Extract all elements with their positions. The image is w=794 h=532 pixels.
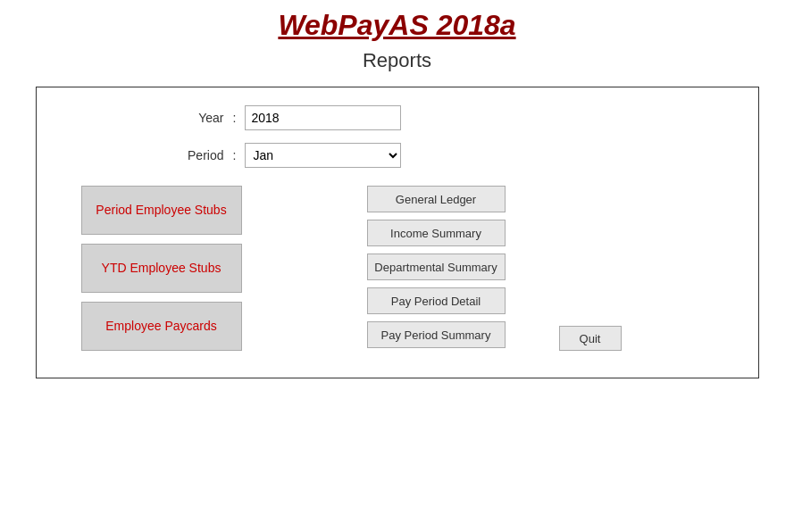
period-employee-stubs-button[interactable]: Period Employee Stubs xyxy=(81,186,242,235)
year-label: Year xyxy=(153,111,224,125)
year-row: Year : xyxy=(153,105,731,130)
year-colon: : xyxy=(233,111,237,125)
page-heading: Reports xyxy=(363,49,431,72)
pay-period-detail-button[interactable]: Pay Period Detail xyxy=(367,287,506,314)
pay-period-summary-button[interactable]: Pay Period Summary xyxy=(367,321,506,348)
buttons-area: Period Employee Stubs YTD Employee Stubs… xyxy=(63,186,731,351)
general-ledger-button[interactable]: General Ledger xyxy=(367,186,506,212)
period-colon: : xyxy=(233,148,237,162)
ytd-employee-stubs-button[interactable]: YTD Employee Stubs xyxy=(81,244,242,293)
period-label: Period xyxy=(153,148,224,162)
period-select[interactable]: Jan Feb Mar Apr May Jun Jul Aug Sep Oct … xyxy=(245,143,401,168)
employee-paycards-button[interactable]: Employee Paycards xyxy=(81,302,242,351)
quit-area: Quit xyxy=(559,186,622,351)
departmental-summary-button[interactable]: Departmental Summary xyxy=(367,254,506,280)
app-title: WebPayAS 2018a xyxy=(278,9,515,42)
year-input[interactable] xyxy=(245,105,401,130)
left-buttons-group: Period Employee Stubs YTD Employee Stubs… xyxy=(81,186,278,351)
period-row: Period : Jan Feb Mar Apr May Jun Jul Aug… xyxy=(153,143,731,168)
right-buttons-group: General Ledger Income Summary Department… xyxy=(367,186,506,351)
main-content-box: Year : Period : Jan Feb Mar Apr May Jun … xyxy=(36,87,759,378)
income-summary-button[interactable]: Income Summary xyxy=(367,220,506,246)
quit-button[interactable]: Quit xyxy=(559,326,622,351)
